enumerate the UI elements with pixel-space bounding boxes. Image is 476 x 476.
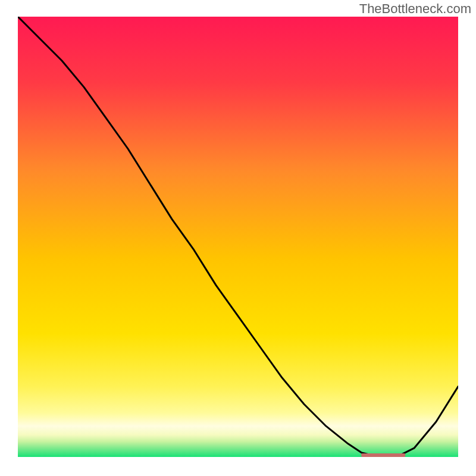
optimal-range-marker — [361, 453, 405, 457]
plot-svg — [18, 17, 458, 457]
chart-canvas: TheBottleneck.com — [0, 0, 476, 476]
gradient-background — [18, 17, 458, 457]
watermark-text: TheBottleneck.com — [359, 1, 471, 17]
gradient-plot — [18, 17, 458, 457]
